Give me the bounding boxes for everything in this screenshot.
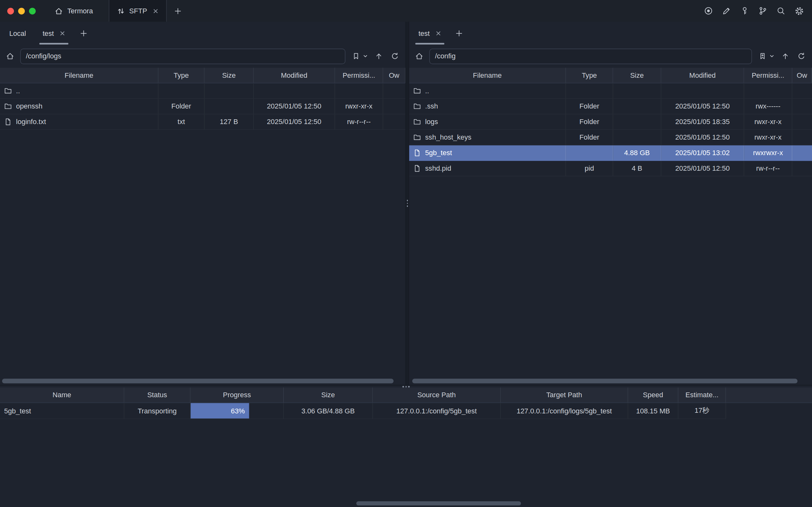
new-session-tab-button[interactable] [449, 21, 469, 44]
file-row-parent[interactable]: .. [409, 83, 812, 99]
column-header-owner[interactable]: Ow [383, 68, 405, 83]
file-row-logs[interactable]: logs Folder 2025/01/05 18:35 rwxr-xr-x [409, 114, 812, 130]
new-session-tab-button[interactable] [74, 21, 93, 44]
column-header-size[interactable]: Size [205, 68, 254, 83]
column-header-type[interactable]: Type [566, 68, 613, 83]
cell-permissions: rwxr-xr-x [744, 130, 792, 145]
column-header-size[interactable]: Size [613, 68, 661, 83]
home-icon [54, 6, 63, 15]
close-icon[interactable] [60, 30, 65, 36]
column-header-permissions[interactable]: Permissi... [744, 68, 792, 83]
file-row-sshd-pid[interactable]: sshd.pid pid 4 B 2025/01/05 12:50 rw-r--… [409, 161, 812, 176]
column-header-name[interactable]: Name [0, 387, 124, 403]
new-tab-button[interactable] [167, 0, 188, 21]
horizontal-scrollbar[interactable] [412, 379, 798, 384]
cell-filename: openssh [0, 99, 158, 114]
close-icon[interactable] [153, 8, 158, 14]
cell-source-path: 127.0.0.1:/config/5gb_test [373, 403, 501, 419]
cell-progress: 63% [191, 403, 284, 419]
cell-permissions: rwxr-xr-x [744, 114, 792, 130]
record-icon[interactable] [703, 6, 714, 16]
tab-termora[interactable]: Termora [45, 0, 109, 21]
cell-modified: 2025/01/05 12:50 [254, 114, 335, 130]
close-icon[interactable] [436, 30, 441, 36]
column-header-source-path[interactable]: Source Path [373, 387, 501, 403]
file-row-ssh[interactable]: .ssh Folder 2025/01/05 12:50 rwx------ [409, 99, 812, 114]
cell-filename: ssh_host_keys [409, 130, 566, 145]
zoom-window-button[interactable] [29, 8, 36, 14]
home-button[interactable] [413, 50, 425, 63]
pane-splitter[interactable] [405, 21, 409, 385]
bottom-horizontal-scrollbar[interactable] [356, 501, 521, 505]
folder-icon [4, 103, 12, 110]
column-header-size[interactable]: Size [284, 387, 373, 403]
refresh-icon[interactable] [389, 50, 400, 63]
progress-label: 63% [231, 407, 245, 414]
cell-permissions: rwxrwxr-x [744, 145, 792, 161]
bookmark-icon[interactable] [350, 50, 362, 63]
column-header-speed[interactable]: Speed [628, 387, 679, 403]
cell-type: Folder [158, 99, 205, 114]
transfers-panel: Name Status Progress Size Source Path Ta… [0, 385, 812, 507]
column-header-owner[interactable]: Ow [792, 68, 812, 83]
column-header-filename[interactable]: Filename [0, 68, 158, 83]
path-input[interactable] [429, 48, 752, 64]
transfer-arrows-icon [117, 7, 124, 15]
tab-local[interactable]: Local [1, 21, 34, 44]
branch-icon[interactable] [758, 6, 768, 16]
cell-type [158, 83, 205, 99]
cell-owner [792, 114, 812, 130]
cell-size: 3.06 GB/4.88 GB [284, 403, 373, 419]
parent-directory-button[interactable] [779, 50, 791, 63]
folder-icon [413, 133, 421, 141]
bottom-splitter-handle[interactable] [402, 386, 410, 387]
file-icon [413, 149, 421, 157]
file-row-openssh[interactable]: openssh Folder 2025/01/05 12:50 rwxr-xr-… [0, 99, 405, 114]
tab-sftp[interactable]: SFTP [109, 0, 167, 21]
edit-icon[interactable] [721, 6, 732, 16]
chevron-down-icon[interactable] [362, 50, 368, 63]
column-header-progress[interactable]: Progress [191, 387, 284, 403]
column-header-permissions[interactable]: Permissi... [335, 68, 383, 83]
cell-permissions: rwx------ [744, 99, 792, 114]
cell-owner [792, 99, 812, 114]
tab-test-label: test [43, 29, 54, 37]
settings-gear-icon[interactable] [794, 6, 804, 16]
cell-filename: .. [0, 83, 158, 99]
cell-size [613, 114, 661, 130]
file-row-loginfo[interactable]: loginfo.txt txt 127 B 2025/01/05 12:50 r… [0, 114, 405, 130]
home-button[interactable] [4, 50, 15, 63]
bookmark-group [756, 50, 774, 63]
cell-estimate: 17秒 [679, 403, 726, 419]
refresh-icon[interactable] [796, 50, 807, 63]
close-window-button[interactable] [7, 8, 14, 14]
horizontal-scrollbar[interactable] [2, 379, 394, 384]
cell-size [613, 99, 661, 114]
column-header-estimate[interactable]: Estimate... [679, 387, 726, 403]
cell-filename: 5gb_test [409, 145, 566, 161]
bookmark-add-icon[interactable] [756, 50, 768, 63]
search-icon[interactable] [776, 6, 786, 16]
file-row-5gb-test-selected[interactable]: 5gb_test 4.88 GB 2025/01/05 13:02 rwxrwx… [409, 145, 812, 161]
tab-test-right[interactable]: test [410, 21, 449, 44]
cell-owner [792, 83, 812, 99]
tab-test-left[interactable]: test [34, 21, 74, 44]
file-row-parent[interactable]: .. [0, 83, 405, 99]
path-input[interactable] [20, 48, 346, 64]
parent-directory-button[interactable] [373, 50, 384, 63]
column-header-modified[interactable]: Modified [661, 68, 744, 83]
termora-window: Termora SFTP [0, 0, 812, 507]
transfer-row-5gb-test[interactable]: 5gb_test Transporting 63% 3.06 GB/4.88 G… [0, 403, 812, 419]
column-header-filename[interactable]: Filename [409, 68, 566, 83]
column-header-target-path[interactable]: Target Path [501, 387, 628, 403]
column-header-status[interactable]: Status [124, 387, 191, 403]
column-header-modified[interactable]: Modified [254, 68, 335, 83]
key-icon[interactable] [740, 6, 750, 16]
chevron-down-icon[interactable] [768, 50, 775, 63]
cell-type: Folder [566, 130, 613, 145]
minimize-window-button[interactable] [18, 8, 25, 14]
cell-owner [383, 83, 405, 99]
file-row-ssh-host-keys[interactable]: ssh_host_keys Folder 2025/01/05 12:50 rw… [409, 130, 812, 145]
column-header-type[interactable]: Type [158, 68, 205, 83]
cell-filename: .ssh [409, 99, 566, 114]
